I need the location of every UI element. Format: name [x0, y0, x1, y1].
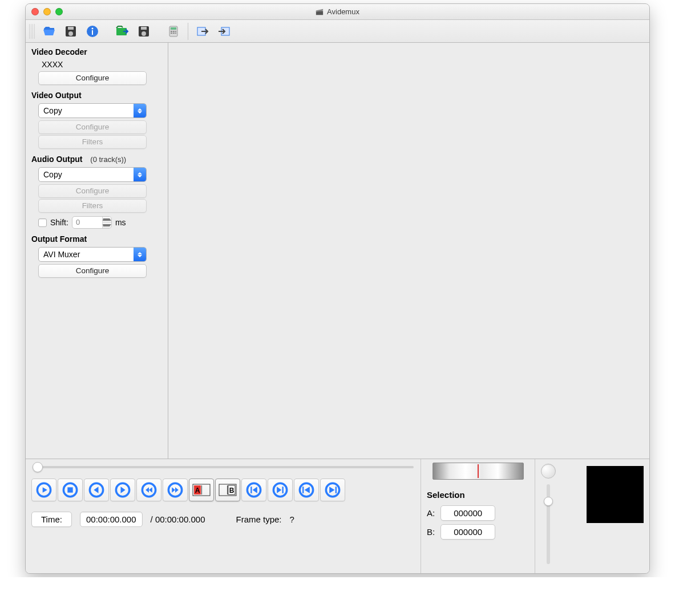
disk-export-icon [137, 25, 151, 38]
video-output-selected: Copy [39, 104, 134, 117]
calculator-button[interactable] [164, 23, 183, 40]
next-key-icon [325, 482, 341, 498]
sidebar: Video Decoder XXXX Configure Video Outpu… [26, 43, 168, 459]
svg-rect-3 [68, 27, 74, 30]
volume-slider[interactable] [547, 484, 550, 564]
set-marker-a-button[interactable]: A [189, 479, 214, 501]
open-folder-icon [42, 25, 56, 38]
jog-wheel[interactable] [433, 463, 524, 480]
zoom-window-button[interactable] [55, 8, 63, 15]
time-label: Time: [31, 512, 72, 527]
svg-marker-54 [329, 487, 334, 493]
svg-rect-0 [316, 11, 323, 15]
svg-marker-27 [94, 487, 98, 493]
audio-shift-checkbox[interactable] [38, 218, 47, 227]
svg-point-4 [68, 31, 73, 36]
output-format-title: Output Format [31, 234, 162, 244]
open-file-button[interactable] [39, 23, 59, 40]
svg-marker-52 [305, 487, 310, 493]
time-current-input[interactable]: 00:00:00.000 [80, 512, 143, 527]
clapperboard-icon [316, 8, 324, 16]
video-output-select[interactable]: Copy [38, 103, 147, 118]
video-decoder-title: Video Decoder [31, 47, 162, 56]
goto-b-icon [272, 482, 288, 498]
svg-rect-14 [171, 31, 172, 32]
seek-knob[interactable] [33, 462, 43, 472]
export-button[interactable] [134, 23, 153, 40]
output-format-configure-button[interactable]: Configure [38, 264, 147, 278]
svg-marker-32 [149, 487, 152, 492]
bottom-panel: A B Time: 00:00:00.000 / 00:00:00.000 Fr… [26, 459, 649, 573]
save-file-button[interactable] [61, 23, 80, 40]
rewind-button[interactable] [136, 479, 161, 501]
video-decoder-configure-button[interactable]: Configure [38, 71, 147, 85]
svg-rect-39 [201, 485, 202, 495]
svg-rect-13 [171, 27, 176, 30]
import-button[interactable] [112, 23, 132, 40]
jump-out-icon [217, 25, 231, 38]
floppy-disk-icon [64, 25, 78, 38]
toolbar-grip [29, 24, 35, 39]
video-decoder-codec: XXXX [42, 60, 162, 69]
volume-knob[interactable] [544, 497, 553, 506]
goto-marker-a-button[interactable] [241, 479, 266, 501]
spin-buttons [102, 217, 111, 228]
set-marker-b-button[interactable]: B [215, 479, 240, 501]
goto-marker-b-button[interactable] [268, 479, 293, 501]
stop-button[interactable] [58, 479, 83, 501]
svg-rect-10 [141, 27, 147, 30]
output-format-select[interactable]: AVI Muxer [38, 247, 147, 262]
minimize-window-button[interactable] [43, 8, 51, 15]
svg-marker-29 [121, 487, 126, 493]
chevron-updown-icon [134, 248, 146, 261]
play-button[interactable] [31, 479, 56, 501]
stop-icon [62, 482, 78, 498]
audio-shift-spinbox[interactable]: 0 [72, 216, 112, 229]
forward-icon [167, 482, 183, 498]
speaker-icon[interactable] [541, 464, 556, 479]
audio-output-configure-button: Configure [38, 184, 147, 198]
spin-up-button[interactable] [102, 217, 111, 222]
volume-panel [535, 459, 649, 573]
frame-type-label: Frame type: [236, 514, 281, 524]
toolbar [26, 20, 649, 43]
output-format-selected: AVI Muxer [39, 248, 134, 261]
spin-down-button[interactable] [102, 222, 111, 229]
next-frame-button[interactable] [110, 479, 135, 501]
seek-slider[interactable] [33, 466, 414, 468]
svg-rect-55 [336, 487, 337, 493]
prev-keyframe-button[interactable] [294, 479, 319, 501]
jump-to-marker-a-button[interactable] [193, 23, 212, 40]
close-window-button[interactable] [31, 8, 39, 15]
audio-shift-row: Shift: 0 ms [38, 216, 162, 229]
prev-frame-button[interactable] [84, 479, 109, 501]
video-preview [168, 43, 649, 459]
info-button[interactable] [83, 23, 102, 40]
svg-marker-34 [172, 487, 175, 492]
app-window: Avidemux [25, 3, 650, 574]
transport-panel: A B Time: 00:00:00.000 / 00:00:00.000 Fr… [26, 459, 421, 573]
svg-marker-1 [316, 9, 323, 11]
chevron-updown-icon [134, 104, 146, 117]
audio-shift-value: 0 [72, 217, 102, 228]
video-output-title: Video Output [31, 91, 162, 100]
vu-meter [587, 466, 644, 523]
audio-output-filters-button: Filters [38, 199, 147, 213]
goto-a-icon [246, 482, 262, 498]
svg-text:B: B [229, 487, 235, 495]
fast-forward-button[interactable] [163, 479, 188, 501]
jump-to-marker-b-button[interactable] [215, 23, 234, 40]
svg-rect-41 [227, 485, 228, 495]
svg-marker-31 [145, 487, 149, 492]
selection-b-label: B: [427, 527, 435, 537]
selection-a-label: A: [427, 508, 435, 518]
audio-output-select[interactable]: Copy [38, 167, 147, 182]
prev-key-icon [298, 482, 314, 498]
marker-b-icon: B [218, 483, 237, 497]
calculator-icon [167, 25, 180, 38]
svg-text:A: A [195, 487, 200, 495]
audio-output-tracks: (0 track(s)) [90, 155, 126, 164]
svg-point-7 [92, 27, 94, 29]
audio-output-selected: Copy [39, 168, 134, 181]
next-keyframe-button[interactable] [320, 479, 345, 501]
